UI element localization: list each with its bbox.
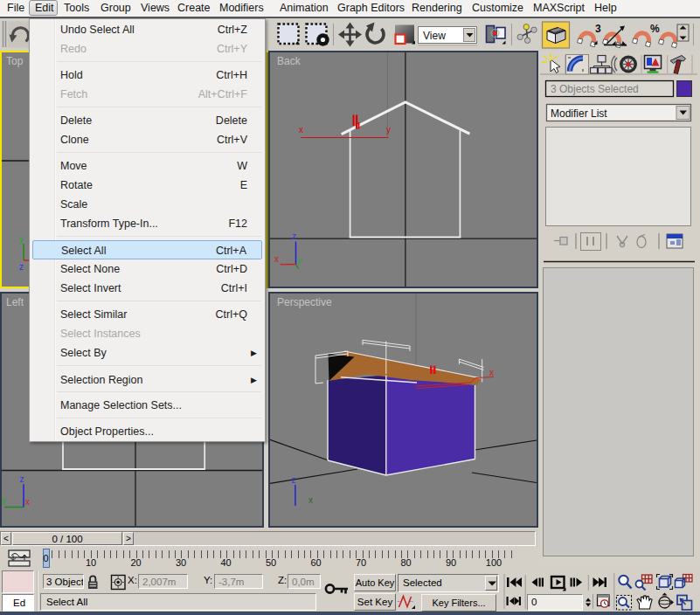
svg-text:z: z: [292, 475, 296, 485]
svg-text:z: z: [292, 231, 296, 241]
svg-text:Modifier List: Modifier List: [551, 107, 607, 120]
svg-text:y: y: [19, 234, 24, 244]
svg-text:Perspective: Perspective: [277, 296, 332, 308]
svg-text:x: x: [274, 254, 279, 264]
svg-text:Back: Back: [277, 55, 301, 67]
svg-text:y: y: [2, 495, 6, 505]
svg-text:Left: Left: [6, 296, 24, 308]
svg-text:x: x: [489, 368, 494, 377]
svg-text:Top: Top: [6, 55, 24, 67]
svg-text:3 Objects Selected: 3 Objects Selected: [551, 83, 639, 95]
svg-text:x: x: [299, 125, 303, 135]
svg-text:3: 3: [595, 23, 601, 35]
svg-text:z: z: [19, 262, 24, 272]
svg-text:x: x: [308, 495, 313, 505]
svg-text:%: %: [650, 23, 660, 35]
svg-text:y: y: [386, 125, 391, 135]
svg-text:View: View: [423, 30, 446, 42]
svg-text:z: z: [20, 474, 24, 484]
svg-text:x: x: [25, 497, 30, 507]
svg-text:y: y: [298, 255, 302, 265]
